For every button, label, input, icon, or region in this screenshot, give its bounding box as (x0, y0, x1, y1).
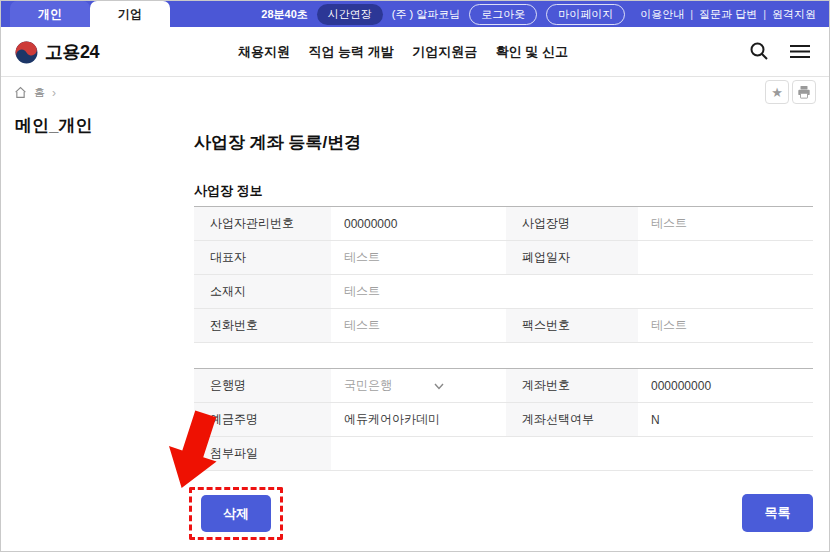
field-label: 계좌번호 (506, 369, 638, 403)
attachment-value (331, 437, 813, 471)
table-row: 소재지 테스트 (194, 275, 813, 309)
link-remote-support[interactable]: 원격지원 (772, 7, 816, 22)
field-label: 팩스번호 (506, 309, 638, 343)
logo-text: 고용24 (45, 40, 99, 64)
account-selected-flag-value: N (638, 403, 813, 437)
field-label: 전화번호 (194, 309, 331, 343)
field-label: 첨부파일 (194, 437, 331, 471)
field-label: 소재지 (194, 275, 331, 309)
session-timer: 28분40초 (261, 7, 307, 22)
tab-business[interactable]: 기업 (90, 1, 170, 27)
header-divider (1, 76, 829, 77)
chevron-right-icon: › (52, 86, 56, 100)
chevron-down-icon (434, 379, 444, 393)
logout-button[interactable]: 로그아웃 (469, 4, 537, 25)
account-number-value: 000000000 (638, 369, 813, 403)
field-label: 사업자관리번호 (194, 207, 331, 241)
nav-corp-subsidy[interactable]: 기업지원금 (412, 43, 477, 61)
hamburger-menu-icon[interactable] (789, 44, 811, 63)
section-title-business-info: 사업장 정보 (194, 182, 263, 200)
nav-recruit-support[interactable]: 채용지원 (238, 43, 290, 61)
field-label: 은행명 (194, 369, 331, 403)
breadcrumb: 홈 › (14, 85, 56, 100)
account-info-table: 은행명 국민은행 계좌번호 000000000 예금주명 에듀케어아카데미 계좌… (194, 368, 813, 471)
main-nav: 채용지원 직업 능력 개발 기업지원금 확인 및 신고 (238, 27, 568, 76)
business-info-table: 사업자관리번호 00000000 사업장명 테스트 대표자 테스트 폐업일자 소… (194, 206, 813, 343)
link-separator: | (763, 8, 766, 20)
table-row: 대표자 테스트 폐업일자 (194, 241, 813, 275)
nav-vocational-dev[interactable]: 직업 능력 개발 (309, 43, 394, 61)
table-row: 전화번호 테스트 팩스번호 테스트 (194, 309, 813, 343)
breadcrumb-home-label[interactable]: 홈 (34, 85, 45, 100)
table-row: 첨부파일 (194, 437, 813, 471)
user-name: (주 ) 알파코님 (392, 7, 460, 22)
search-icon[interactable] (749, 41, 769, 65)
list-button[interactable]: 목록 (742, 494, 813, 532)
fax-number-value: 테스트 (638, 309, 813, 343)
link-separator: | (690, 8, 693, 20)
gov-emblem-icon (15, 41, 38, 64)
top-links: 이용안내 | 질문과 답변 | 원격지원 (640, 7, 816, 22)
delete-button[interactable]: 삭제 (201, 495, 271, 532)
mypage-button[interactable]: 마이페이지 (546, 4, 625, 25)
phone-number-value: 테스트 (331, 309, 506, 343)
nav-confirm-report[interactable]: 확인 및 신고 (496, 43, 568, 61)
delete-button-highlight-box: 삭제 (189, 487, 283, 540)
field-label: 계좌선택여부 (506, 403, 638, 437)
logo[interactable]: 고용24 (15, 40, 99, 64)
account-holder-value: 에듀케어아카데미 (331, 403, 506, 437)
link-qna[interactable]: 질문과 답변 (699, 7, 757, 22)
closure-date-value (638, 241, 813, 275)
topbar-right: 28분40초 시간연장 (주 ) 알파코님 로그아웃 마이페이지 이용안내 | … (261, 1, 829, 27)
table-row: 예금주명 에듀케어아카데미 계좌선택여부 N (194, 403, 813, 437)
field-label: 예금주명 (194, 403, 331, 437)
top-bar: 개인 기업 28분40초 시간연장 (주 ) 알파코님 로그아웃 마이페이지 이… (1, 1, 829, 27)
favorite-star-button[interactable]: ★ (765, 80, 789, 104)
representative-value: 테스트 (331, 241, 506, 275)
print-button[interactable] (792, 80, 816, 104)
business-name-value: 테스트 (638, 207, 813, 241)
field-label: 사업장명 (506, 207, 638, 241)
bank-name-selected-value: 국민은행 (344, 377, 392, 394)
field-label: 폐업일자 (506, 241, 638, 275)
field-label: 대표자 (194, 241, 331, 275)
home-icon[interactable] (14, 86, 27, 99)
site-header: 고용24 채용지원 직업 능력 개발 기업지원금 확인 및 신고 (1, 27, 829, 76)
extend-time-button[interactable]: 시간연장 (317, 4, 383, 25)
tab-personal[interactable]: 개인 (10, 1, 90, 27)
page-context-title: 메인_개인 (15, 114, 92, 137)
address-value: 테스트 (331, 275, 813, 309)
link-guide[interactable]: 이용안내 (640, 7, 684, 22)
business-mgmt-number-value: 00000000 (331, 207, 506, 241)
bank-name-select[interactable]: 국민은행 (344, 377, 444, 394)
table-row: 은행명 국민은행 계좌번호 000000000 (194, 369, 813, 403)
table-row: 사업자관리번호 00000000 사업장명 테스트 (194, 207, 813, 241)
page-title: 사업장 계좌 등록/변경 (194, 131, 361, 154)
page-utility-icons: ★ (765, 80, 816, 104)
